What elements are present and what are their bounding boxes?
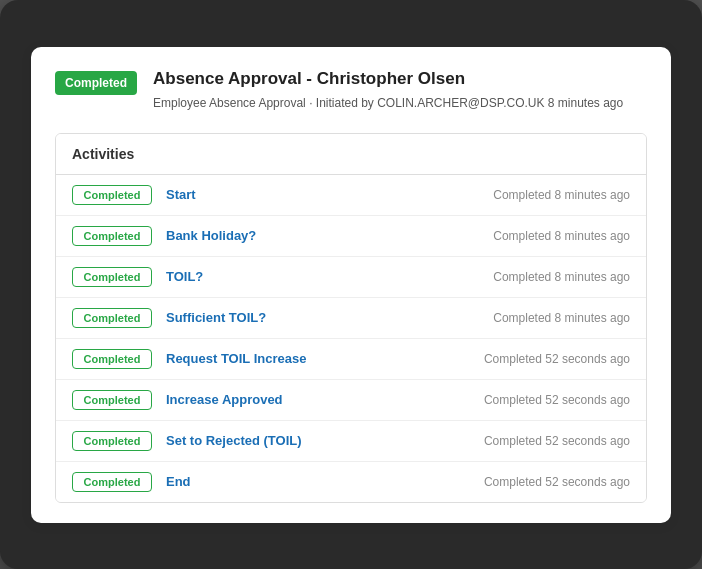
main-card: Completed Absence Approval - Christopher… bbox=[31, 47, 671, 523]
activity-row: CompletedSufficient TOIL?Completed 8 min… bbox=[56, 298, 646, 339]
activity-row: CompletedBank Holiday?Completed 8 minute… bbox=[56, 216, 646, 257]
activity-name-link[interactable]: Request TOIL Increase bbox=[166, 351, 468, 366]
activity-status-badge: Completed bbox=[72, 431, 152, 451]
activity-status-badge: Completed bbox=[72, 185, 152, 205]
activity-timestamp: Completed 8 minutes ago bbox=[493, 311, 630, 325]
activity-name-link[interactable]: End bbox=[166, 474, 468, 489]
activity-status-badge: Completed bbox=[72, 226, 152, 246]
activity-name-link[interactable]: Bank Holiday? bbox=[166, 228, 477, 243]
activity-timestamp: Completed 8 minutes ago bbox=[493, 270, 630, 284]
activity-timestamp: Completed 52 seconds ago bbox=[484, 352, 630, 366]
activity-status-badge: Completed bbox=[72, 349, 152, 369]
activity-timestamp: Completed 8 minutes ago bbox=[493, 229, 630, 243]
activity-timestamp: Completed 52 seconds ago bbox=[484, 475, 630, 489]
header-subtitle: Employee Absence Approval · Initiated by… bbox=[153, 96, 623, 110]
page-title: Absence Approval - Christopher Olsen bbox=[153, 69, 623, 89]
activities-heading: Activities bbox=[56, 134, 646, 175]
activity-status-badge: Completed bbox=[72, 390, 152, 410]
activity-row: CompletedStartCompleted 8 minutes ago bbox=[56, 175, 646, 216]
activity-name-link[interactable]: Sufficient TOIL? bbox=[166, 310, 477, 325]
activity-row: CompletedSet to Rejected (TOIL)Completed… bbox=[56, 421, 646, 462]
activity-name-link[interactable]: Set to Rejected (TOIL) bbox=[166, 433, 468, 448]
activity-name-link[interactable]: Increase Approved bbox=[166, 392, 468, 407]
header-text-block: Absence Approval - Christopher Olsen Emp… bbox=[153, 69, 623, 111]
activity-row: CompletedIncrease ApprovedCompleted 52 s… bbox=[56, 380, 646, 421]
activity-status-badge: Completed bbox=[72, 472, 152, 492]
activity-rows-container: CompletedStartCompleted 8 minutes agoCom… bbox=[56, 175, 646, 502]
activity-name-link[interactable]: Start bbox=[166, 187, 477, 202]
activity-name-link[interactable]: TOIL? bbox=[166, 269, 477, 284]
activity-status-badge: Completed bbox=[72, 308, 152, 328]
subtitle-initiated: · Initiated by COLIN.ARCHER@DSP.CO.UK 8 … bbox=[309, 96, 623, 110]
subtitle-type: Employee Absence Approval bbox=[153, 96, 306, 110]
activity-timestamp: Completed 52 seconds ago bbox=[484, 434, 630, 448]
activity-status-badge: Completed bbox=[72, 267, 152, 287]
activity-row: CompletedTOIL?Completed 8 minutes ago bbox=[56, 257, 646, 298]
device-frame: Completed Absence Approval - Christopher… bbox=[0, 0, 702, 569]
activity-timestamp: Completed 52 seconds ago bbox=[484, 393, 630, 407]
activities-section: Activities CompletedStartCompleted 8 min… bbox=[55, 133, 647, 503]
activity-row: CompletedEndCompleted 52 seconds ago bbox=[56, 462, 646, 502]
activity-timestamp: Completed 8 minutes ago bbox=[493, 188, 630, 202]
activity-row: CompletedRequest TOIL IncreaseCompleted … bbox=[56, 339, 646, 380]
card-header: Completed Absence Approval - Christopher… bbox=[55, 69, 647, 111]
header-status-badge: Completed bbox=[55, 71, 137, 95]
